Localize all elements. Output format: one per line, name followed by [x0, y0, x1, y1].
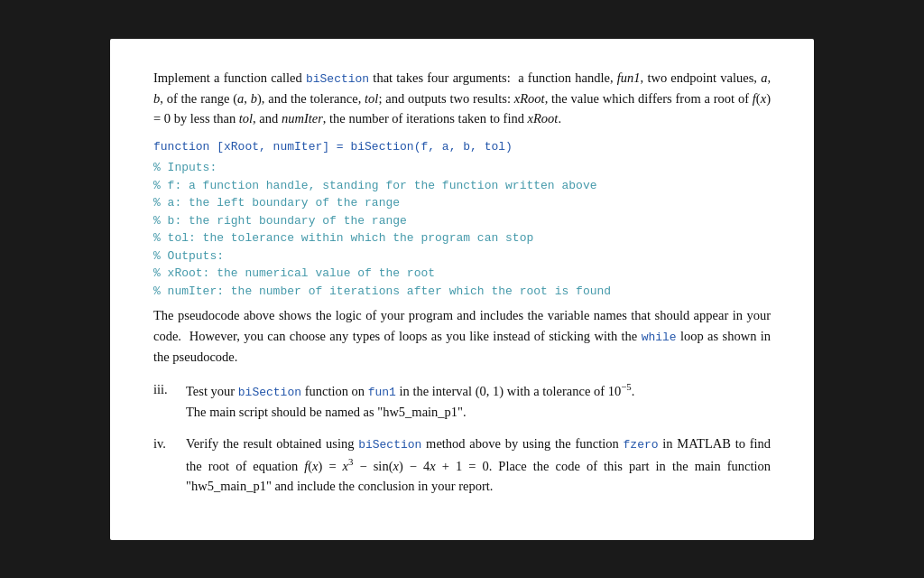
- intro-text: Implement a function called biSection th…: [153, 68, 771, 129]
- list-label-iii: iii.: [153, 379, 186, 399]
- comment-tol: % tol: the tolerance within which the pr…: [153, 229, 771, 247]
- list-content-iii: Test your biSection function on fun1 in …: [186, 379, 771, 422]
- numbered-list: iii. Test your biSection function on fun…: [153, 379, 771, 496]
- comment-f: % f: a function handle, standing for the…: [153, 177, 771, 195]
- comment-b: % b: the right boundary of the range: [153, 212, 771, 230]
- comment-outputs-label: % Outputs:: [153, 247, 771, 266]
- bisection-code-2: biSection: [238, 386, 301, 399]
- comment-inputs-label: % Inputs:: [153, 159, 771, 177]
- pseudocode-description: The pseudocode above shows the logic of …: [153, 305, 771, 367]
- function-signature-text: function [xRoot, numIter] = biSection(f,…: [153, 140, 513, 154]
- comment-xroot: % xRoot: the numerical value of the root: [153, 265, 771, 283]
- list-label-iv: iv.: [153, 434, 186, 453]
- list-item-iv: iv. Verify the result obtained using biS…: [153, 434, 771, 497]
- list-content-iv: Verify the result obtained using biSecti…: [186, 434, 771, 497]
- comment-inputs: % Inputs: % f: a function handle, standi…: [153, 159, 771, 300]
- superscript-neg5: −5: [621, 381, 632, 392]
- fun1-italic: fun1: [617, 70, 641, 85]
- function-signature: function [xRoot, numIter] = biSection(f,…: [153, 138, 771, 156]
- fun1-code: fun1: [368, 386, 396, 399]
- fzero-code: fzero: [624, 438, 659, 452]
- bisection-code-3: biSection: [358, 438, 421, 452]
- comment-numiter: % numIter: the number of iterations afte…: [153, 283, 771, 301]
- list-item-iii: iii. Test your biSection function on fun…: [153, 379, 771, 422]
- bisection-code-1: biSection: [306, 72, 369, 86]
- intro-paragraph: Implement a function called biSection th…: [153, 68, 771, 129]
- comment-a: % a: the left boundary of the range: [153, 194, 771, 212]
- while-code: while: [642, 331, 677, 344]
- main-content: Implement a function called biSection th…: [110, 39, 814, 540]
